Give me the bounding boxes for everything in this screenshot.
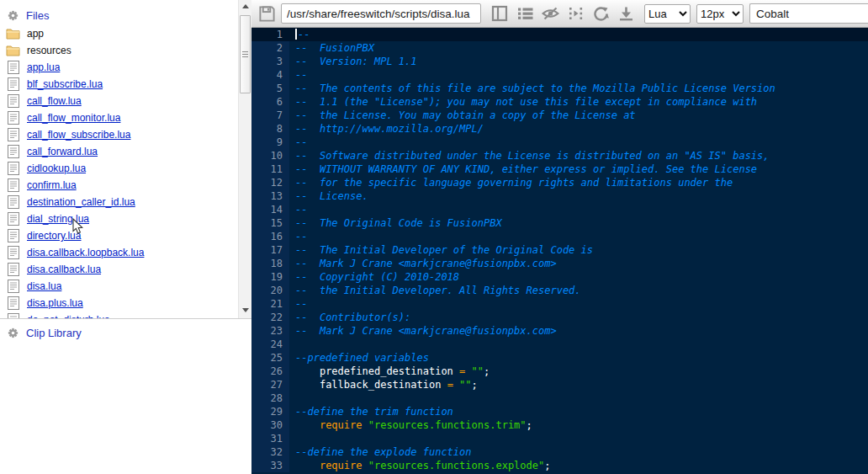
file-row[interactable]: confirm.lua xyxy=(0,177,238,194)
file-row[interactable]: app.lua xyxy=(0,59,238,76)
folder-row[interactable]: app xyxy=(0,25,238,42)
file-name[interactable]: blf_subscribe.lua xyxy=(27,78,103,90)
line-number: 5 xyxy=(251,82,289,95)
file-path-input[interactable] xyxy=(281,3,481,24)
code-line[interactable]: 15-- The Original Code is FusionPBX xyxy=(251,216,868,230)
code-line[interactable]: 25--predefined variables xyxy=(251,351,868,365)
files-section-header[interactable]: Files xyxy=(0,0,238,25)
code-line[interactable]: 32--define the explode function xyxy=(251,445,868,459)
code-line[interactable]: 2-- FusionPBX xyxy=(251,41,868,55)
file-name[interactable]: call_forward.lua xyxy=(27,146,98,157)
file-row[interactable]: call_flow_subscribe.lua xyxy=(0,126,238,143)
file-row[interactable]: call_flow.lua xyxy=(0,93,238,109)
code-line[interactable]: 28 xyxy=(251,391,868,405)
clip-library-section[interactable]: Clip Library xyxy=(6,326,82,339)
code-line[interactable]: 14-- xyxy=(251,203,868,216)
scroll-up-button[interactable] xyxy=(239,0,251,13)
file-row[interactable]: destination_caller_id.lua xyxy=(0,194,238,210)
hide-invisibles-button[interactable] xyxy=(539,3,561,24)
file-name[interactable]: directory.lua xyxy=(27,230,81,242)
save-button[interactable] xyxy=(256,3,278,24)
line-content: -- the License. You may obtain a copy of… xyxy=(289,109,636,122)
file-row[interactable]: call_forward.lua xyxy=(0,143,238,160)
line-number: 17 xyxy=(251,243,289,257)
gear-icon xyxy=(6,9,20,23)
code-line[interactable]: 18-- Mark J Crane <markjcrane@fusionpbx.… xyxy=(251,257,868,270)
code-line[interactable]: 20-- the Initial Developer. All Rights R… xyxy=(251,284,868,297)
file-row[interactable]: disa.plus.lua xyxy=(0,295,238,312)
line-content: -- for the specific language governing r… xyxy=(289,176,733,189)
file-name[interactable]: disa.lua xyxy=(27,280,61,292)
file-name[interactable]: disa.plus.lua xyxy=(27,297,83,309)
file-row[interactable]: directory.lua xyxy=(0,227,238,244)
file-name[interactable]: call_flow.lua xyxy=(27,95,82,107)
code-line[interactable]: 8-- http://www.mozilla.org/MPL/ xyxy=(251,122,868,136)
code-line[interactable]: 10-- Software distributed under the Lice… xyxy=(251,149,868,162)
line-content: -- The contents of this file are subject… xyxy=(289,82,775,95)
list-button[interactable] xyxy=(514,3,536,24)
code-line[interactable]: 7-- the License. You may obtain a copy o… xyxy=(251,109,868,122)
file-row[interactable]: dial_string.lua xyxy=(0,210,238,227)
line-number: 33 xyxy=(251,459,289,472)
code-line[interactable]: 21-- xyxy=(251,297,868,311)
file-name[interactable]: call_flow_subscribe.lua xyxy=(27,129,130,141)
file-name[interactable]: disa.callback.lua xyxy=(27,264,101,275)
code-line[interactable]: 1-- xyxy=(251,28,868,41)
code-line[interactable]: 30 require "resources.functions.trim"; xyxy=(251,418,868,432)
file-row[interactable]: disa.lua xyxy=(0,278,238,295)
code-line[interactable]: 17-- The Initial Developer of the Origin… xyxy=(251,243,868,257)
reload-button[interactable] xyxy=(590,3,611,24)
file-name[interactable]: confirm.lua xyxy=(27,179,77,191)
file-row[interactable]: disa.callback.loopback.lua xyxy=(0,244,238,261)
file-name[interactable]: dial_string.lua xyxy=(27,213,89,225)
code-line[interactable]: 11-- WITHOUT WARRANTY OF ANY KIND, eithe… xyxy=(251,162,868,176)
code-line[interactable]: 23-- Mark J Crane <markjcrane@fusionpbx.… xyxy=(251,324,868,338)
code-line[interactable]: 29--define the trim function xyxy=(251,405,868,418)
code-line[interactable]: 24 xyxy=(251,338,868,351)
file-row[interactable]: do_not_disturb.lua xyxy=(0,312,238,318)
code-line[interactable]: 4-- xyxy=(251,68,868,82)
scroll-down-button[interactable] xyxy=(239,304,251,317)
file-name[interactable]: disa.callback.loopback.lua xyxy=(27,247,144,258)
scrollbar-thumb[interactable] xyxy=(240,15,251,93)
line-number: 18 xyxy=(251,257,289,270)
file-name[interactable]: app.lua xyxy=(27,61,60,73)
code-lines: 1--2-- FusionPBX3-- Version: MPL 1.14--5… xyxy=(251,28,868,472)
file-tree-scrollbar[interactable] xyxy=(238,0,251,318)
line-content xyxy=(289,432,295,445)
folder-row[interactable]: resources xyxy=(0,42,238,59)
code-line[interactable]: 27 fallback_destination = ""; xyxy=(251,378,868,391)
code-line[interactable]: 26 predefined_destination = ""; xyxy=(251,365,868,378)
code-editor[interactable]: 1--2-- FusionPBX3-- Version: MPL 1.14--5… xyxy=(251,28,868,474)
download-button[interactable] xyxy=(615,3,637,24)
file-name[interactable]: call_flow_monitor.lua xyxy=(27,112,120,124)
file-name[interactable]: cidlookup.lua xyxy=(27,162,86,174)
eye-slash-icon xyxy=(541,5,560,22)
file-name[interactable]: destination_caller_id.lua xyxy=(27,196,135,208)
line-content: -- FusionPBX xyxy=(289,41,374,55)
code-line[interactable]: 9-- xyxy=(251,136,868,149)
line-number: 20 xyxy=(251,284,289,297)
theme-input[interactable] xyxy=(749,3,868,24)
code-line[interactable]: 33 require "resources.functions.explode"… xyxy=(251,459,868,472)
split-view-button[interactable] xyxy=(489,3,511,24)
file-row[interactable]: disa.callback.lua xyxy=(0,261,238,278)
code-line[interactable]: 12-- for the specific language governing… xyxy=(251,176,868,189)
file-row[interactable]: blf_subscribe.lua xyxy=(0,76,238,93)
font-size-select[interactable]: 12px xyxy=(696,4,744,24)
language-select[interactable]: Lua xyxy=(644,4,691,24)
file-row[interactable]: cidlookup.lua xyxy=(0,160,238,177)
code-line[interactable]: 5-- The contents of this file are subjec… xyxy=(251,82,868,95)
file-row[interactable]: call_flow_monitor.lua xyxy=(0,109,238,126)
line-content xyxy=(289,338,295,351)
code-line[interactable]: 6-- 1.1 (the "License"); you may not use… xyxy=(251,95,868,109)
line-content: -- Software distributed under the Licens… xyxy=(289,149,770,162)
indent-guides-button[interactable] xyxy=(564,3,586,24)
code-line[interactable]: 19-- Copyright (C) 2010-2018 xyxy=(251,270,868,284)
code-line[interactable]: 13-- License. xyxy=(251,189,868,203)
code-line[interactable]: 16-- xyxy=(251,230,868,243)
line-number: 21 xyxy=(251,297,289,311)
code-line[interactable]: 22-- Contributor(s): xyxy=(251,311,868,324)
code-line[interactable]: 31 xyxy=(251,432,868,445)
code-line[interactable]: 3-- Version: MPL 1.1 xyxy=(251,55,868,68)
